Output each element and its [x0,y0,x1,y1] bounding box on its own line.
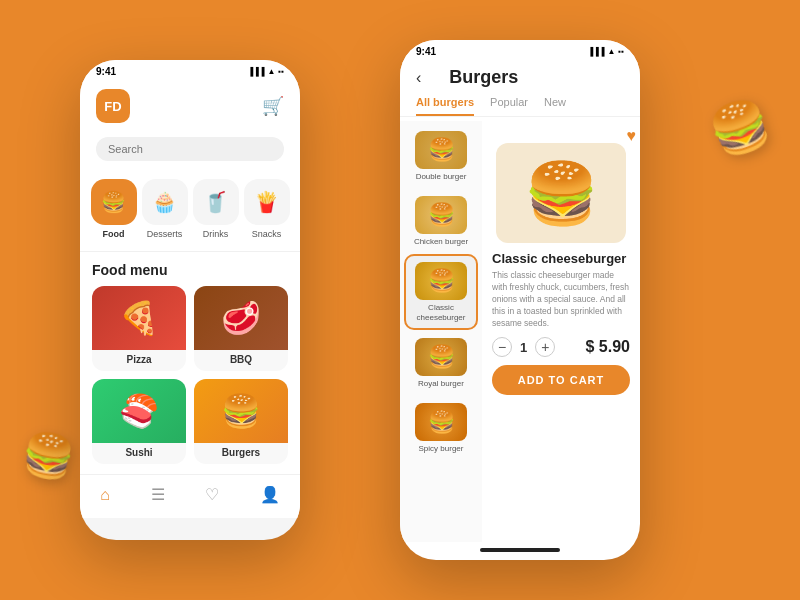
search-input[interactable] [96,137,284,161]
tab-popular[interactable]: Popular [490,96,528,116]
chicken-burger-image: 🍔 [415,196,467,234]
spicy-burger-image: 🍔 [415,403,467,441]
cart-icon[interactable]: 🛒 [262,95,284,117]
menu-card-burgers[interactable]: 🍔 Burgers [194,379,288,464]
desserts-icon: 🧁 [142,179,188,225]
royal-burger-label: Royal burger [418,379,464,389]
burger-detail: ♥ 🍔 Classic cheeseburger This classic ch… [482,121,640,542]
burger-qty-row: − 1 + $ 5.90 [492,337,630,357]
snacks-label: Snacks [252,229,282,239]
search-section [80,131,300,171]
pizza-image: 🍕 [92,286,186,350]
left-status-icons: ▐▐▐ ▲ ▪▪ [247,67,284,76]
category-snacks[interactable]: 🍟 Snacks [244,179,290,239]
snacks-icon: 🍟 [244,179,290,225]
sushi-label: Sushi [92,443,186,464]
right-phone-home-indicator [480,548,560,552]
menu-grid: 🍕 Pizza 🥩 BBQ 🍣 Sushi 🍔 Burgers [92,286,288,464]
burger-item-chicken[interactable]: 🍔 Chicken burger [404,190,478,253]
category-desserts[interactable]: 🧁 Desserts [142,179,188,239]
quantity-value: 1 [520,340,527,355]
burger-header: ‹ Burgers [400,61,640,96]
category-food[interactable]: 🍔 Food [91,179,137,239]
left-status-bar: 9:41 ▐▐▐ ▲ ▪▪ [80,60,300,81]
nav-menu[interactable]: ☰ [151,485,165,504]
decorative-burger-top-right: 🍔 [702,91,778,164]
right-time: 9:41 [416,46,436,57]
food-icon: 🍔 [91,179,137,225]
food-menu-title: Food menu [92,262,288,278]
category-bar: 🍔 Food 🧁 Desserts 🥤 Drinks 🍟 Snacks [80,171,300,252]
menu-card-sushi[interactable]: 🍣 Sushi [92,379,186,464]
bottom-nav: ⌂ ☰ ♡ 👤 [80,474,300,518]
bbq-label: BBQ [194,350,288,371]
burger-item-royal[interactable]: 🍔 Royal burger [404,332,478,395]
classic-burger-label: Classic cheeseburger [410,303,472,322]
burger-item-classic[interactable]: 🍔 Classic cheeseburger [404,254,478,330]
burger-content: 🍔 Double burger 🍔 Chicken burger 🍔 Class… [400,121,640,542]
quantity-decrease-button[interactable]: − [492,337,512,357]
burger-list: 🍔 Double burger 🍔 Chicken burger 🍔 Class… [400,121,482,542]
chicken-burger-label: Chicken burger [414,237,468,247]
burger-price: $ 5.90 [586,338,630,356]
right-status-icons: ▐▐▐ ▲ ▪▪ [587,47,624,56]
bbq-image: 🥩 [194,286,288,350]
burgers-label: Burgers [194,443,288,464]
tab-all-burgers[interactable]: All burgers [416,96,474,116]
menu-card-bbq[interactable]: 🥩 BBQ [194,286,288,371]
quantity-increase-button[interactable]: + [535,337,555,357]
drinks-icon: 🥤 [193,179,239,225]
app-logo: FD [96,89,130,123]
food-label: Food [103,229,125,239]
add-to-cart-button[interactable]: ADD TO CART [492,365,630,395]
burger-page-title: Burgers [449,67,518,88]
drinks-label: Drinks [203,229,229,239]
desserts-label: Desserts [147,229,183,239]
burger-tabs: All burgers Popular New [400,96,640,117]
tab-new[interactable]: New [544,96,566,116]
favorite-icon[interactable]: ♥ [627,127,637,145]
left-phone: 9:41 ▐▐▐ ▲ ▪▪ FD 🛒 🍔 Food 🧁 Desserts 🥤 D… [80,60,300,540]
food-menu-section: Food menu 🍕 Pizza 🥩 BBQ 🍣 Sushi 🍔 Burger… [80,252,300,474]
burger-detail-name: Classic cheeseburger [492,251,630,266]
classic-burger-image: 🍔 [415,262,467,300]
nav-profile[interactable]: 👤 [260,485,280,504]
burger-item-spicy[interactable]: 🍔 Spicy burger [404,397,478,460]
sushi-image: 🍣 [92,379,186,443]
decorative-burger-bottom-left: 🍔 [18,427,78,484]
menu-card-pizza[interactable]: 🍕 Pizza [92,286,186,371]
right-phone: 9:41 ▐▐▐ ▲ ▪▪ ‹ Burgers All burgers Popu… [400,40,640,560]
spicy-burger-label: Spicy burger [419,444,464,454]
nav-home[interactable]: ⌂ [100,486,110,504]
left-time: 9:41 [96,66,116,77]
right-status-bar: 9:41 ▐▐▐ ▲ ▪▪ [400,40,640,61]
burger-item-double[interactable]: 🍔 Double burger [404,125,478,188]
double-burger-label: Double burger [416,172,467,182]
double-burger-image: 🍔 [415,131,467,169]
burger-main-image: 🍔 [496,143,626,243]
left-top-bar: FD 🛒 [80,81,300,131]
burger-detail-description: This classic cheeseburger made with fres… [492,270,630,329]
burgers-image: 🍔 [194,379,288,443]
royal-burger-image: 🍔 [415,338,467,376]
quantity-controls: − 1 + [492,337,555,357]
category-drinks[interactable]: 🥤 Drinks [193,179,239,239]
pizza-label: Pizza [92,350,186,371]
nav-favorites[interactable]: ♡ [205,485,219,504]
back-button[interactable]: ‹ [416,69,421,87]
